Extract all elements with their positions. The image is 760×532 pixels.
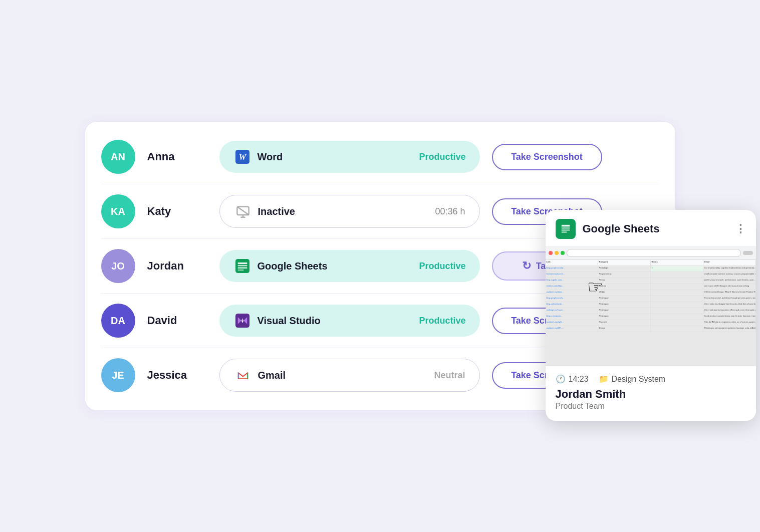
popup-app-name: Google Sheets bbox=[583, 222, 728, 235]
screenshot-popup: Google Sheets ⋮ Link Kategorie Status De… bbox=[546, 210, 756, 421]
ss-content: Link Kategorie Status Detail blog.google… bbox=[546, 260, 756, 366]
svg-rect-16 bbox=[561, 229, 569, 230]
svg-rect-10 bbox=[237, 270, 243, 271]
ss-toolbar bbox=[546, 246, 756, 260]
popup-app-icon bbox=[556, 219, 576, 239]
status-pill-jessica: GmailNeutral bbox=[219, 359, 480, 392]
pill-status-jessica: Neutral bbox=[434, 370, 465, 381]
app-icon-inactive bbox=[234, 202, 252, 220]
user-name-jessica: Jessica bbox=[147, 369, 207, 382]
user-name-david: David bbox=[147, 314, 207, 327]
svg-rect-15 bbox=[561, 227, 569, 228]
svg-text:W: W bbox=[238, 152, 246, 162]
app-name-katy: Inactive bbox=[258, 206, 429, 217]
clock-icon: 🕐 bbox=[556, 374, 566, 384]
refresh-icon: ↻ bbox=[522, 259, 531, 273]
popup-footer: 🕐 14:23 📁 Design System Jordan Smith Pro… bbox=[546, 366, 756, 421]
app-name-anna: Word bbox=[258, 151, 413, 163]
popup-project: Design System bbox=[612, 375, 666, 384]
app-icon-vs bbox=[233, 312, 251, 330]
action-button-anna[interactable]: Take Screenshot bbox=[492, 144, 602, 170]
main-container: ANAnnaWWordProductiveTake ScreenshotKAKa… bbox=[85, 121, 676, 411]
app-name-jessica: Gmail bbox=[258, 370, 428, 381]
popup-user-name: Jordan Smith bbox=[556, 388, 746, 401]
pill-status-jordan: Productive bbox=[419, 261, 465, 272]
app-icon-sheets bbox=[233, 257, 251, 275]
status-pill-anna: WWordProductive bbox=[219, 141, 480, 173]
avatar-jessica: JE bbox=[101, 358, 135, 392]
pill-status-david: Productive bbox=[419, 316, 465, 326]
svg-rect-17 bbox=[561, 231, 567, 232]
popup-time-item: 🕐 14:23 bbox=[556, 374, 589, 384]
popup-project-item: 📁 Design System bbox=[599, 374, 666, 384]
popup-team: Product Team bbox=[556, 402, 746, 411]
user-row-anna: ANAnnaWWordProductiveTake Screenshot bbox=[101, 130, 659, 184]
status-pill-david: Visual StudioProductive bbox=[219, 305, 480, 337]
app-name-david: Visual Studio bbox=[258, 315, 413, 327]
avatar-david: DA bbox=[101, 304, 135, 338]
popup-screenshot: Link Kategorie Status Detail blog.google… bbox=[546, 246, 756, 366]
popup-meta: 🕐 14:23 📁 Design System bbox=[556, 374, 746, 384]
avatar-jordan: JO bbox=[101, 249, 135, 283]
svg-line-3 bbox=[237, 207, 248, 215]
avatar-katy: KA bbox=[101, 194, 135, 228]
status-pill-jordan: Google SheetsProductive bbox=[219, 250, 480, 282]
folder-icon: 📁 bbox=[599, 374, 609, 384]
svg-rect-7 bbox=[237, 262, 247, 264]
app-icon-gmail bbox=[234, 366, 252, 384]
svg-rect-9 bbox=[237, 267, 247, 269]
avatar-anna: AN bbox=[101, 140, 135, 174]
pill-status-anna: Productive bbox=[419, 152, 465, 162]
svg-rect-14 bbox=[561, 225, 569, 227]
user-name-anna: Anna bbox=[147, 150, 207, 163]
popup-time: 14:23 bbox=[569, 375, 589, 384]
user-name-katy: Katy bbox=[147, 205, 207, 218]
pill-time-katy: 00:36 h bbox=[435, 206, 465, 217]
app-name-jordan: Google Sheets bbox=[258, 260, 413, 272]
popup-header: Google Sheets ⋮ bbox=[546, 210, 756, 246]
popup-more-button[interactable]: ⋮ bbox=[735, 222, 746, 235]
svg-rect-8 bbox=[237, 265, 247, 267]
user-name-jordan: Jordan bbox=[147, 259, 207, 273]
app-icon-word: W bbox=[233, 148, 251, 166]
svg-rect-13 bbox=[559, 222, 573, 236]
status-pill-katy: Inactive00:36 h bbox=[219, 195, 480, 228]
ss-url-bar bbox=[567, 249, 741, 257]
